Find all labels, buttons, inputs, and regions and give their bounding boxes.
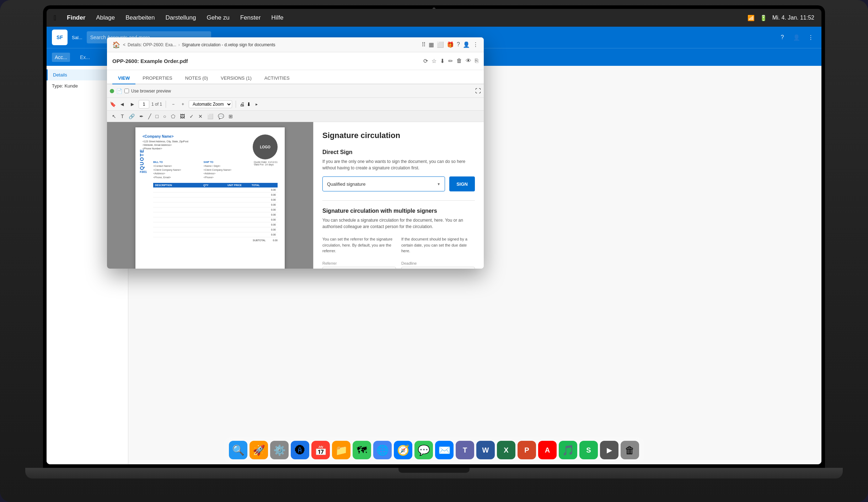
menubar-gehe-zu[interactable]: Gehe zu bbox=[207, 14, 229, 21]
pdf-bill-col: BILL TO <Contact Name> <Client Company N… bbox=[153, 161, 197, 179]
dock-word[interactable]: W bbox=[476, 441, 495, 459]
edit-icon[interactable]: ✏ bbox=[448, 58, 453, 64]
pdf-area[interactable]: LOGO <Company Name> <123 Street Address,… bbox=[107, 122, 313, 269]
circulation-title: Signature circulation with multiple sign… bbox=[322, 208, 475, 214]
pdf-ship-name: <Name / Dept> bbox=[204, 164, 247, 168]
menubar-bearbeiten[interactable]: Bearbeiten bbox=[125, 14, 155, 21]
text-tool[interactable]: T bbox=[119, 113, 125, 120]
green-indicator bbox=[110, 89, 114, 93]
breadcrumb-details[interactable]: Details: OPP-2600: Exa... bbox=[128, 42, 176, 47]
dock-calendar[interactable]: 📅 bbox=[311, 441, 330, 459]
dock-chrome[interactable]: 🌐 bbox=[373, 441, 392, 459]
circle-tool[interactable]: ○ bbox=[162, 113, 167, 120]
menubar-ablage[interactable]: Ablage bbox=[96, 14, 115, 21]
dock-acrobat[interactable]: A bbox=[538, 441, 557, 459]
rect-tool[interactable]: □ bbox=[154, 113, 160, 120]
tab-properties[interactable]: PROPERTIES bbox=[137, 73, 178, 84]
apple-logo[interactable]:  bbox=[54, 14, 56, 22]
copy-icon[interactable]: ⎘ bbox=[475, 58, 478, 64]
delete-icon[interactable]: 🗑 bbox=[456, 58, 462, 64]
dock-appstore[interactable]: 🅐 bbox=[291, 441, 309, 459]
dock-finder[interactable]: 🔍 bbox=[229, 441, 247, 459]
dock-app2[interactable]: S bbox=[579, 441, 598, 459]
breadcrumb-sep2: › bbox=[178, 42, 180, 47]
print-icon[interactable]: 🖨 bbox=[240, 101, 245, 107]
pen-tool[interactable]: ✒ bbox=[138, 113, 145, 120]
stamp-tool[interactable]: ⬜ bbox=[206, 113, 215, 120]
sign-button[interactable]: SIGN bbox=[449, 176, 475, 191]
pdf-dates: Quote Date: 11/11/11 Valid For: 14 days bbox=[254, 161, 278, 179]
star-icon[interactable]: ☆ bbox=[432, 58, 436, 64]
page-number-input[interactable] bbox=[139, 100, 149, 109]
dock-teams[interactable]: T bbox=[456, 441, 474, 459]
pdf-quote-number: #301 bbox=[140, 170, 147, 174]
comment-tool[interactable]: 💬 bbox=[216, 113, 225, 120]
deadline-input[interactable]: Deadline 📅 bbox=[401, 267, 475, 269]
dock-files[interactable]: 📁 bbox=[332, 441, 350, 459]
direct-sign-title: Direct Sign bbox=[322, 149, 475, 155]
tab-activities[interactable]: ACTIVITIES bbox=[259, 73, 295, 84]
more-icon[interactable]: ⋮ bbox=[473, 41, 478, 48]
doc-viewer-modal: 🏠 < Details: OPP-2600: Exa... › Signatur… bbox=[107, 37, 484, 269]
dock-maps[interactable]: 🗺 bbox=[353, 441, 371, 459]
check-tool[interactable]: ✓ bbox=[188, 113, 195, 120]
menubar-finder[interactable]: Finder bbox=[67, 14, 85, 21]
tab-view[interactable]: VIEW bbox=[112, 73, 135, 84]
more-tools[interactable]: ▸ bbox=[253, 100, 260, 108]
erase-tool[interactable]: ⊞ bbox=[227, 113, 234, 120]
sf-nav-ex[interactable]: Ex... bbox=[77, 53, 93, 62]
cursor-icon[interactable]: ↖ bbox=[111, 113, 118, 120]
screen-bezel:  Finder Ablage Bearbeiten Darstellung G… bbox=[43, 5, 825, 468]
referrer-input[interactable]: Tobias Woirzenko bbox=[322, 267, 396, 269]
col-total: TOTAL bbox=[252, 184, 276, 186]
download-icon[interactable]: ⬇ bbox=[440, 58, 445, 64]
sf-nav-accounts[interactable]: Acc... bbox=[52, 53, 70, 62]
dock-settings[interactable]: ⚙️ bbox=[270, 441, 289, 459]
polygon-tool[interactable]: ⬠ bbox=[170, 113, 177, 120]
dock-messages[interactable]: 💬 bbox=[414, 441, 433, 459]
link-tool[interactable]: 🔗 bbox=[127, 113, 136, 120]
dock-spotify[interactable]: 🎵 bbox=[559, 441, 577, 459]
sf-grid-icon[interactable]: ⋮ bbox=[805, 32, 816, 43]
gift-icon[interactable]: 🎁 bbox=[447, 41, 454, 48]
user-avatar[interactable]: 👤 bbox=[463, 41, 470, 48]
download-icon2[interactable]: ⬇ bbox=[247, 101, 251, 107]
prev-page[interactable]: ◀ bbox=[118, 100, 126, 108]
signature-type-dropdown[interactable]: Qualified signature ▼ bbox=[322, 176, 445, 191]
sf-help-icon[interactable]: ? bbox=[777, 32, 788, 43]
browser-preview-checkbox[interactable] bbox=[124, 89, 129, 93]
zoom-select[interactable]: Automatic Zoom 50% 75% 100% 125% bbox=[189, 100, 232, 108]
bookmark-icon[interactable]: 🔖 bbox=[110, 101, 116, 107]
dock-trash[interactable]: 🗑 bbox=[621, 441, 639, 459]
grid-icon[interactable]: ⠿ bbox=[422, 41, 426, 48]
dock-safari[interactable]: 🧭 bbox=[394, 441, 412, 459]
dock-mail[interactable]: ✉️ bbox=[435, 441, 454, 459]
help-icon[interactable]: ? bbox=[457, 41, 460, 48]
refresh-icon[interactable]: ⟳ bbox=[423, 58, 428, 64]
dock-excel[interactable]: X bbox=[497, 441, 515, 459]
tab-versions[interactable]: VERSIONS (1) bbox=[215, 73, 257, 84]
image-tool[interactable]: 🖼 bbox=[178, 113, 186, 120]
menubar-fenster[interactable]: Fenster bbox=[240, 14, 261, 21]
zoom-in[interactable]: + bbox=[179, 100, 187, 108]
dock-launchpad[interactable]: 🚀 bbox=[250, 441, 268, 459]
dock-powerpoint[interactable]: P bbox=[518, 441, 536, 459]
pdf-bill-ship: BILL TO <Contact Name> <Client Company N… bbox=[153, 161, 278, 179]
tab-notes[interactable]: NOTES (0) bbox=[180, 73, 214, 84]
menubar-darstellung[interactable]: Darstellung bbox=[165, 14, 196, 21]
pdf-ship-phone: <Phone> bbox=[204, 176, 247, 180]
zoom-out[interactable]: − bbox=[170, 100, 177, 108]
x-tool[interactable]: ✕ bbox=[197, 113, 204, 120]
next-page[interactable]: ▶ bbox=[128, 100, 136, 108]
menubar-hilfe[interactable]: Hilfe bbox=[271, 14, 283, 21]
layout-icon[interactable]: ⬜ bbox=[437, 41, 444, 48]
menubar-right: 📶 🔋 Mi. 4. Jan. 11:52 bbox=[748, 15, 814, 21]
sf-user-icon[interactable]: 👤 bbox=[791, 32, 802, 43]
fullscreen-icon[interactable]: ⛶ bbox=[475, 88, 481, 94]
dock-quicktime[interactable]: ▶ bbox=[600, 441, 618, 459]
line-tool[interactable]: ╱ bbox=[147, 113, 152, 120]
columns-icon[interactable]: ▦ bbox=[429, 41, 434, 48]
view-icon[interactable]: 👁 bbox=[466, 58, 471, 64]
modal-header-icons: ⠿ ▦ ⬜ 🎁 ? 👤 ⋮ bbox=[422, 41, 478, 48]
home-button[interactable]: 🏠 bbox=[112, 41, 120, 49]
